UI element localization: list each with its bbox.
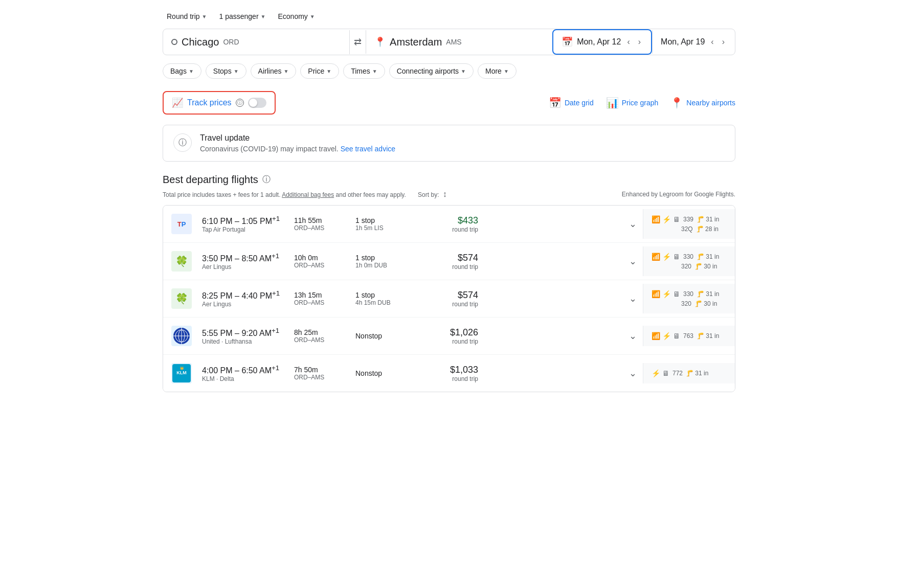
update-info-icon: ⓘ [173,133,192,152]
passengers-chevron: ▼ [261,14,266,19]
flight-main-f4: 5:55 PM – 9:20 AM+1 United · Lufthansa 8… [163,318,623,354]
depart-prev-button[interactable]: ‹ [625,36,632,48]
bag-fees-link[interactable]: Additional bag fees [282,191,334,198]
power-icon: ⚡ [662,215,671,223]
legroom-f2b: 🦵 30 in [694,263,717,270]
klm-logo-svg: KLM 👑 [172,364,191,382]
filter-bags[interactable]: Bags ▼ [163,63,201,79]
trip-type-label: Round trip [167,12,200,20]
table-row[interactable]: 5:55 PM – 9:20 AM+1 United · Lufthansa 8… [163,318,735,355]
flight-times-f1: 6:10 PM – 1:05 PM+1 Tap Air Portugal [202,215,284,233]
times-text-f2: 3:50 PM – 8:50 AM+1 [202,252,284,263]
travel-advice-link[interactable]: See travel advice [341,145,395,153]
date-grid-icon: 📅 [549,97,562,109]
filter-times[interactable]: Times ▼ [343,63,385,79]
wifi-icon: 📶 [652,253,660,261]
airline-logo-aer2: 🍀 [171,288,192,309]
flight-legroom-f3: 📶 ⚡ 🖥 330 🦵 31 in 320 🦵 30 in [643,284,735,313]
nearby-airports-button[interactable]: 📍 Nearby airports [670,97,735,109]
flight-times-f4: 5:55 PM – 9:20 AM+1 United · Lufthansa [202,327,284,345]
track-prices-toggle[interactable] [248,98,266,108]
expand-button-f2[interactable]: ⌄ [623,252,643,271]
expand-button-f5[interactable]: ⌄ [623,364,643,383]
duration-f4: 8h 25m [294,328,345,336]
route-f5: ORD–AMS [294,374,345,381]
wifi-icon: 📶 [652,332,660,340]
seat-num-f2a: 330 [683,253,693,260]
depart-date-field[interactable]: 📅 Mon, Apr 12 ‹ › [552,29,652,55]
screen-icon: 🖥 [662,369,669,377]
depart-next-button[interactable]: › [636,36,643,48]
sort-icon[interactable]: ↕ [443,190,447,198]
passengers-button[interactable]: 1 passenger ▼ [215,10,270,22]
search-bar: Chicago ORD ⇄ 📍 Amsterdam AMS 📅 Mon, Apr… [163,29,735,55]
cabin-class-button[interactable]: Economy ▼ [274,10,319,22]
legroom-row-1a: 📶 ⚡ 🖥 339 🦵 31 in [652,215,727,223]
price-type-f2: round trip [427,263,478,270]
stops-f5: Nonstop [355,369,417,377]
section-info-icon: ⓘ [262,174,271,185]
seat-num-f5a: 772 [672,370,683,377]
price-note-row: Total price includes taxes + fees for 1 … [163,190,735,199]
airline-name-f2: Aer Lingus [202,263,284,270]
power-icon: ⚡ [662,253,671,261]
times-text-f1: 6:10 PM – 1:05 PM+1 [202,215,284,226]
filter-more[interactable]: More ▼ [478,63,517,79]
filter-price[interactable]: Price ▼ [300,63,339,79]
table-row[interactable]: KLM 👑 4:00 PM – 6:50 AM+1 KLM · Delta 7h… [163,355,735,392]
flight-price-f2: $574 round trip [427,253,478,270]
duration-f1: 11h 55m [294,216,345,224]
expand-button-f3[interactable]: ⌄ [623,289,643,308]
flight-times-f5: 4:00 PM – 6:50 AM+1 KLM · Delta [202,364,284,382]
return-prev-button[interactable]: ‹ [709,36,715,48]
toggle-knob [249,99,257,107]
price-graph-button[interactable]: 📊 Price graph [606,97,659,109]
trip-type-chevron: ▼ [202,14,207,19]
filter-airlines[interactable]: Airlines ▼ [251,63,297,79]
legroom-f3b: 🦵 30 in [694,300,717,307]
expand-button-f4[interactable]: ⌄ [623,326,643,346]
legroom-row-3b: 320 🦵 30 in [652,300,727,307]
track-prices-box[interactable]: 📈 Track prices ⓘ [163,91,276,115]
airline-logo-aer1: 🍀 [171,251,192,272]
swap-button[interactable]: ⇄ [350,30,366,54]
power-icon: ⚡ [652,369,660,377]
airline-name-f5: KLM · Delta [202,375,284,382]
table-row[interactable]: TP 6:10 PM – 1:05 PM+1 Tap Air Portugal … [163,206,735,243]
route-f1: ORD–AMS [294,224,345,232]
stops-f1: 1 stop [355,216,417,224]
destination-field[interactable]: 📍 Amsterdam AMS [366,30,552,54]
return-date-field[interactable]: Mon, Apr 19 ‹ › [652,30,735,54]
filter-row: Bags ▼ Stops ▼ Airlines ▼ Price ▼ Times … [163,63,735,79]
trip-type-button[interactable]: Round trip ▼ [163,10,211,22]
update-content: Travel update Coronavirus (COVID-19) may… [200,133,395,153]
flight-duration-f3: 13h 15m ORD–AMS [294,291,345,306]
route-f3: ORD–AMS [294,299,345,306]
flight-price-f4: $1,026 round trip [427,327,478,345]
nearby-airports-label: Nearby airports [686,99,735,107]
price-amount-f1: $433 [427,215,478,226]
expand-button-f1[interactable]: ⌄ [623,214,643,234]
power-icon: ⚡ [662,332,671,340]
legroom-f5a: 🦵 31 in [686,370,708,377]
calendar-icon: 📅 [562,36,573,48]
price-graph-label: Price graph [622,99,659,107]
sort-label: Sort by: [418,191,439,198]
origin-field[interactable]: Chicago ORD [163,30,350,54]
date-grid-button[interactable]: 📅 Date grid [549,97,594,109]
destination-pin-icon: 📍 [374,36,386,48]
filter-more-chevron: ▼ [504,69,509,74]
stops-f2: 1 stop [355,254,417,262]
flight-duration-f5: 7h 50m ORD–AMS [294,366,345,381]
table-row[interactable]: 🍀 3:50 PM – 8:50 AM+1 Aer Lingus 10h 0m … [163,243,735,280]
filter-connecting-airports[interactable]: Connecting airports ▼ [389,63,474,79]
screen-icon: 🖥 [673,215,680,223]
return-next-button[interactable]: › [720,36,727,48]
track-prices-info-icon[interactable]: ⓘ [236,99,244,107]
flight-stops-f2: 1 stop 1h 0m DUB [355,254,417,269]
filter-stops[interactable]: Stops ▼ [206,63,246,79]
screen-icon: 🖥 [673,290,680,298]
trip-options-bar: Round trip ▼ 1 passenger ▼ Economy ▼ [163,10,735,22]
svg-text:KLM: KLM [176,370,187,375]
table-row[interactable]: 🍀 8:25 PM – 4:40 PM+1 Aer Lingus 13h 15m… [163,280,735,318]
